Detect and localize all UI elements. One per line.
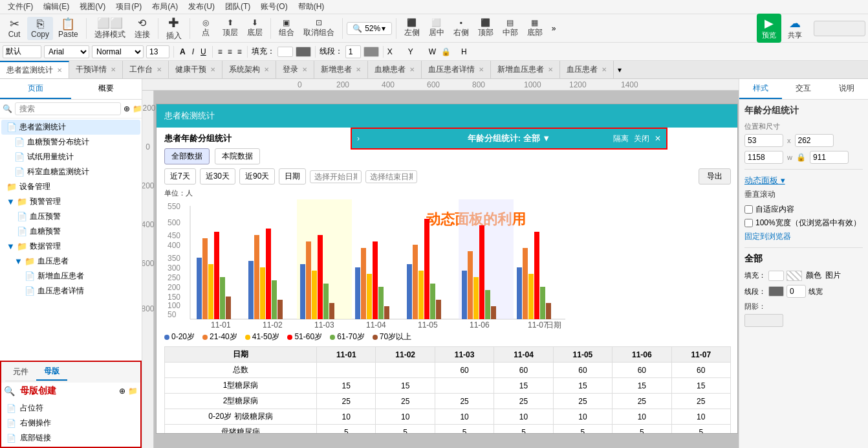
pin-label[interactable]: 固定到浏览器 [744,231,863,242]
fill-color-swatch[interactable] [277,47,293,57]
more-tools-icon[interactable]: » [552,24,556,33]
tab-close-10[interactable]: ✕ [602,66,607,73]
filter-30days[interactable]: 近30天 [200,168,235,185]
style-select[interactable]: Normal [92,45,144,58]
tab-blood-sugar[interactable]: 血糖患者 ✕ [368,61,422,79]
sidebar-item-bp-detail[interactable]: 📄 血压患者详情 [1,284,140,298]
dp-isolate-button[interactable]: 隔离 [613,133,629,144]
filter-7days[interactable]: 近7天 [164,168,196,185]
line-color-swatch[interactable] [363,47,379,57]
tab-bp[interactable]: 血压患者 ✕ [560,61,614,79]
bottom-item-bottom-link[interactable]: 📄 底部链接 [4,431,138,445]
filter-date[interactable]: 日期 [279,168,306,185]
bottom-item-placeholder[interactable]: 📄 占位符 [4,401,138,416]
sidebar-item-alert[interactable]: ▼ 📁 预警管理 [1,194,140,209]
fill-image-swatch[interactable] [787,271,802,281]
bottom-align-button[interactable]: ▦ 底部 [523,17,547,39]
tab-new-patient[interactable]: 新增患者 ✕ [314,61,368,79]
tab-close-3[interactable]: ✕ [210,66,215,73]
tab-close-4[interactable]: ✕ [264,66,269,73]
tab-patient-monitor[interactable]: 患者监测统计 ✕ [0,61,69,79]
y-input[interactable] [795,134,834,147]
dp-close-button[interactable]: 关闭 [634,133,649,144]
share-button[interactable]: ☁ 共享 [783,14,807,43]
bottom-item-right-action[interactable]: 📄 右侧操作 [4,416,138,431]
tab-close-7[interactable]: ✕ [409,66,415,73]
end-date-input[interactable] [365,170,417,183]
tab-login[interactable]: 登录 ✕ [276,61,314,79]
align-right-btn[interactable]: ≡ [236,47,243,56]
tab-new-bp[interactable]: 新增血压患者 ✕ [491,61,560,79]
folder-master-icon[interactable]: 📁 [128,386,138,396]
tab-close-9[interactable]: ✕ [548,66,553,73]
menu-account[interactable]: 账号(O) [255,1,292,12]
preview-button[interactable]: ▶ 预览 [757,14,781,43]
all-data-btn[interactable]: 全部数据 [164,148,210,164]
right-tab-note[interactable]: 说明 [825,79,868,99]
menu-publish[interactable]: 发布(U) [183,1,220,12]
tab-intervention[interactable]: 干预详情 ✕ [69,61,123,79]
fill-color-swatch2[interactable] [296,47,311,57]
tab-close-5[interactable]: ✕ [302,66,307,73]
copy-button[interactable]: ⎘ Copy [27,17,53,40]
tab-close-8[interactable]: ✕ [479,66,484,73]
menu-file[interactable]: 文件(F) [3,1,38,12]
sidebar-item-device[interactable]: 📁 设备管理 [1,179,140,194]
dynamic-panel-label[interactable]: 动态面板 ▾ [744,175,863,186]
start-date-input[interactable] [310,170,362,183]
left-align-button[interactable]: ⬛ 左侧 [400,17,424,39]
tab-close-2[interactable]: ✕ [157,66,162,73]
sidebar-item-bp-patient[interactable]: ▼ 📁 血压患者 [1,254,140,269]
menu-layout[interactable]: 布局(A) [147,1,183,12]
adapt-checkbox[interactable] [744,205,753,214]
sidebar-item-data-mgmt[interactable]: ▼ 📁 数据管理 [1,239,140,254]
sidebar-item-patient-monitor[interactable]: 📄 患者监测统计 [1,120,140,135]
menu-edit[interactable]: 编辑(E) [38,1,74,12]
align-center-btn[interactable]: ≡ [226,47,233,56]
line-val-input[interactable] [787,285,806,298]
right-tab-style[interactable]: 样式 [739,79,782,99]
sidebar-tab-pages[interactable]: 页面 [0,79,71,99]
add-master-icon[interactable]: ⊕ [119,386,125,396]
tab-arch[interactable]: 系统架构 ✕ [222,61,276,79]
top-button[interactable]: ⬆ 顶层 [219,17,242,39]
menu-help[interactable]: 帮助(H) [293,1,330,12]
bottom-tab-components[interactable]: 元件 [5,364,36,380]
menu-view[interactable]: 视图(V) [74,1,111,12]
italic-button[interactable]: I [190,47,196,56]
insert-button[interactable]: ✚ 插入 [162,14,186,43]
shadow-swatch[interactable] [744,314,783,327]
sidebar-item-dept-monitor[interactable]: 📄 科室血糖监测统计 [1,164,140,179]
sidebar-item-bp-alert[interactable]: 📄 血压预警 [1,209,140,224]
right-tab-interaction[interactable]: 交互 [782,79,825,99]
dp-expand-icon[interactable]: › [357,134,360,143]
tab-workbench[interactable]: 工作台 ✕ [123,61,169,79]
tab-close-6[interactable]: ✕ [356,66,361,73]
sidebar-item-bs-alert[interactable]: 📄 血糖预警 [1,224,140,239]
zoom-box[interactable]: 🔍 52% ▾ [347,22,392,35]
bottom-button[interactable]: ⬇ 底层 [243,17,266,39]
menu-team[interactable]: 团队(T) [220,1,255,12]
ungroup-button[interactable]: ⊡ 取消组合 [299,17,338,39]
x-input[interactable] [744,134,783,147]
group-button[interactable]: ▣ 组合 [275,17,298,39]
tab-close-1[interactable]: ✕ [111,66,116,73]
menu-project[interactable]: 项目(P) [111,1,147,12]
font-select[interactable]: Arial [44,45,89,58]
tab-more-button[interactable]: ▾ [614,65,625,74]
bottom-tab-masters[interactable]: 母版 [36,363,67,381]
sidebar-search-input[interactable] [15,102,121,115]
sidebar-item-paper-stat[interactable]: 📄 试纸用量统计 [1,150,140,164]
sidebar-item-new-bp[interactable]: 📄 新增血压患者 [1,269,140,284]
w-input[interactable] [744,151,783,164]
cut-button[interactable]: ✂ Cut [3,17,26,40]
own-data-btn[interactable]: 本院数据 [215,148,260,164]
fullwidth-checkbox[interactable] [744,219,753,227]
tab-bp-detail[interactable]: 血压患者详情 ✕ [422,61,491,79]
h-input[interactable] [810,151,849,164]
bold-button[interactable]: A [178,47,188,56]
sidebar-tab-outline[interactable]: 概要 [71,79,142,99]
paste-button[interactable]: 📋 Paste [54,17,82,40]
filter-90days[interactable]: 近90天 [239,168,275,185]
export-button[interactable]: 导出 [699,168,731,185]
